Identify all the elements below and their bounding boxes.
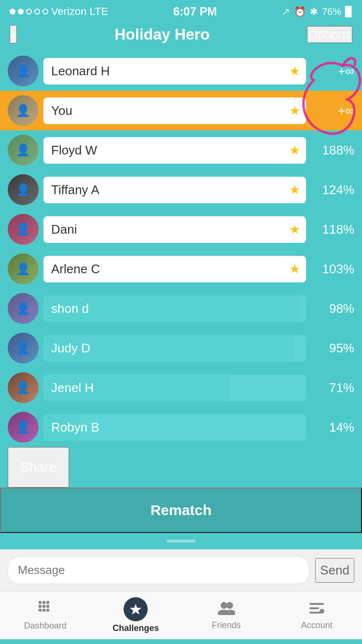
list-item-you: 👤 You ★ +∞ (0, 91, 362, 130)
player-score: 95% (311, 341, 354, 356)
svg-rect-3 (39, 605, 42, 608)
status-bar: Verizon LTE 6:07 PM ↗ ⏰ ✱ 76% ▉ (0, 0, 362, 21)
player-name: Robyn B (51, 420, 99, 434)
player-name: Leonard H (51, 64, 110, 78)
name-bar-wrap: Judy D (43, 335, 306, 362)
player-score: 71% (311, 380, 354, 395)
player-name: Jenel H (51, 380, 94, 395)
page-header: ‹ Holiday Hero Options (0, 21, 362, 51)
signal-dot-3 (26, 9, 32, 14)
star-icon: ★ (289, 103, 300, 118)
tab-account[interactable]: Account (272, 597, 362, 634)
svg-rect-2 (46, 601, 49, 604)
player-score: 14% (311, 420, 354, 435)
signal-dot-1 (10, 9, 15, 14)
svg-rect-14 (309, 603, 324, 605)
list-item: 👤 Dani ★ 118% (8, 210, 354, 249)
player-name: Floyd W (51, 143, 97, 157)
svg-rect-7 (42, 609, 45, 612)
name-bar-wrap: Robyn B (43, 414, 306, 441)
svg-rect-0 (39, 601, 42, 604)
svg-rect-4 (42, 605, 45, 608)
name-bar: Floyd W ★ (43, 137, 306, 164)
player-name: You (51, 103, 72, 118)
options-button[interactable]: Options (307, 26, 352, 43)
tab-friends[interactable]: Friends (181, 597, 272, 634)
list-item: 👤 shon d 98% (8, 289, 354, 328)
back-button[interactable]: ‹ (10, 25, 17, 43)
tab-dashboard[interactable]: Dashboard (0, 596, 91, 635)
name-bar-wrap: You ★ (43, 98, 306, 124)
carrier-label: Verizon (51, 5, 86, 18)
time-display: 6:07 PM (173, 5, 217, 18)
avatar: 👤 (8, 293, 39, 324)
list-item: 👤 Tiffany A ★ 124% (8, 170, 354, 210)
tab-friends-label: Friends (212, 620, 241, 630)
avatar: 👤 (8, 333, 39, 364)
name-bar: Robyn B (43, 414, 306, 441)
player-name: Dani (51, 222, 77, 237)
leaderboard-container: 👤 Leonard H ★ +∞ 👤 You ★ +∞ 👤 (0, 51, 362, 488)
signal-dot-4 (34, 9, 40, 14)
bluetooth-icon: ✱ (310, 6, 318, 17)
name-bar: You ★ (43, 98, 306, 124)
network-label: LTE (89, 5, 108, 18)
account-icon (308, 601, 325, 618)
message-area: Send (0, 549, 362, 591)
svg-marker-9 (130, 604, 141, 615)
avatar: 👤 (8, 174, 39, 205)
avatar: 👤 (8, 253, 39, 284)
send-button[interactable]: Send (315, 558, 354, 583)
name-bar: Jenel H (43, 375, 306, 401)
svg-point-11 (226, 602, 233, 609)
battery-label: 76% (322, 6, 341, 17)
star-icon: ★ (289, 143, 300, 158)
star-icon: ★ (289, 182, 300, 197)
list-item: 👤 Floyd W ★ 188% (8, 130, 354, 170)
svg-rect-5 (46, 605, 49, 608)
svg-point-17 (320, 609, 324, 614)
star-icon: ★ (289, 222, 300, 237)
friends-icon (218, 601, 235, 618)
svg-rect-8 (46, 609, 49, 612)
list-item: 👤 Leonard H ★ +∞ (8, 51, 354, 91)
avatar: 👤 (8, 412, 39, 443)
player-score: 124% (311, 182, 354, 197)
player-name: Judy D (51, 341, 90, 355)
message-input[interactable] (8, 556, 309, 584)
rematch-button[interactable]: Rematch (0, 488, 362, 533)
svg-point-10 (221, 602, 227, 609)
name-bar-wrap: Jenel H (43, 375, 306, 401)
star-icon: ★ (289, 64, 300, 79)
player-score: +∞ (311, 103, 354, 118)
tab-dashboard-label: Dashboard (24, 621, 67, 631)
share-button[interactable]: Share (8, 447, 69, 488)
name-bar-wrap: Dani ★ (43, 216, 306, 243)
list-item: 👤 Judy D 95% (8, 328, 354, 368)
avatar: 👤 (8, 372, 39, 403)
tab-bar: Dashboard Challenges Friends (0, 591, 362, 639)
name-bar-wrap: Arlene C ★ (43, 256, 306, 282)
avatar: 👤 (8, 214, 39, 245)
svg-rect-6 (39, 609, 42, 612)
drag-indicator (0, 533, 362, 549)
tab-challenges-label: Challenges (112, 623, 159, 633)
dashboard-icon (38, 600, 53, 619)
tab-account-label: Account (301, 620, 333, 630)
list-item: 👤 Arlene C ★ 103% (8, 249, 354, 289)
player-name: Arlene C (51, 262, 100, 276)
player-name: shon d (51, 301, 89, 316)
name-bar: Leonard H ★ (43, 58, 306, 84)
svg-rect-15 (309, 607, 319, 609)
star-icon: ★ (289, 262, 300, 277)
player-score: 103% (311, 262, 354, 277)
player-score: +∞ (311, 64, 354, 79)
name-bar-wrap: Tiffany A ★ (43, 177, 306, 203)
location-icon: ↗ (282, 6, 290, 17)
name-bar-wrap: shon d (43, 295, 306, 322)
tab-challenges[interactable]: Challenges (91, 593, 181, 637)
alarm-icon: ⏰ (294, 6, 306, 17)
leaderboard-list: 👤 Leonard H ★ +∞ 👤 You ★ +∞ 👤 (0, 51, 362, 488)
avatar: 👤 (8, 135, 39, 166)
battery-icon: ▉ (345, 6, 352, 17)
